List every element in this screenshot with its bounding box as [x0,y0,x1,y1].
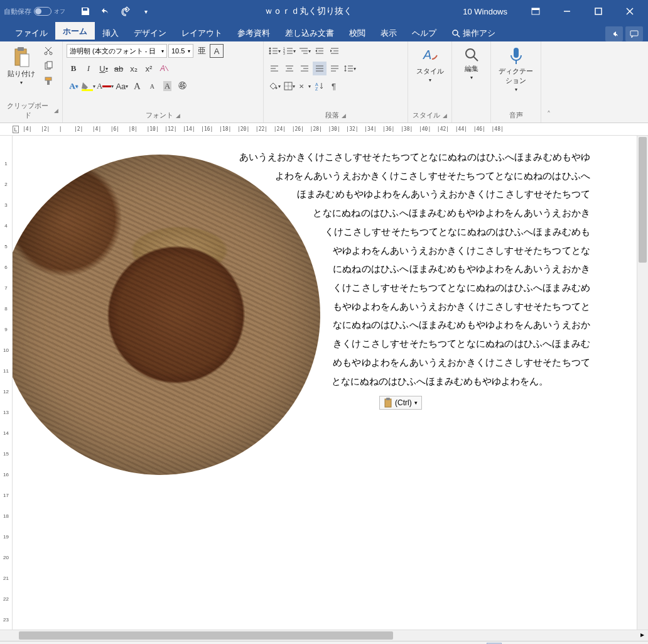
tab-selector[interactable]: L [13,126,19,133]
cropped-circle-image[interactable] [13,155,320,475]
tab-home[interactable]: ホーム [55,22,95,41]
numbering-icon: 123 [283,46,293,55]
undo-button[interactable] [98,4,113,19]
tab-view[interactable]: 表示 [373,24,404,41]
bold-button[interactable]: B [67,62,80,75]
editing-button[interactable]: 編集▾ [460,44,483,83]
increase-indent-button[interactable] [328,44,342,58]
ruler-horizontal[interactable]: L |4| |2| | |2| |4| |6| |8| |10| |12| |1… [0,123,648,136]
autosave-toggle[interactable]: 自動保存 オフ [4,7,65,16]
align-left-button[interactable] [267,62,281,75]
paste-button[interactable]: 貼り付け ▾ [4,44,39,88]
tab-layout[interactable]: レイアウト [174,24,230,41]
superscript-button[interactable]: x² [142,62,156,75]
enclose-chars-button[interactable]: ㊻ [175,79,189,93]
tellme-search[interactable]: 操作アシ [444,24,503,41]
format-painter-button[interactable] [41,74,55,88]
shading-button[interactable]: ▾ [267,79,281,93]
italic-button[interactable]: I [82,62,95,75]
underline-button[interactable]: U ▾ [97,62,111,75]
shrink-font-button[interactable]: A [145,79,159,93]
svg-text:✕: ✕ [299,83,304,90]
close-button[interactable] [615,0,644,23]
save-button[interactable] [78,4,93,19]
vertical-scrollbar[interactable] [637,136,648,630]
tab-references[interactable]: 参考資料 [230,24,278,41]
document-title: ｗｏｒｄ丸く切り抜く [153,6,463,17]
pilcrow-icon: ¶ [330,82,339,90]
group-label-styles: スタイル [413,111,440,120]
clipboard-launcher[interactable]: ◢ [54,107,58,114]
styles-button[interactable]: A スタイル▾ [413,44,448,85]
svg-text:A: A [423,48,431,62]
tab-design[interactable]: デザイン [126,24,174,41]
collapse-ribbon-button[interactable]: ˄ [541,41,556,123]
font-size-combo[interactable]: 10.5▾ [168,44,193,58]
distribute-button[interactable] [328,62,342,75]
show-marks-button[interactable]: ¶ [328,79,342,93]
svg-line-21 [165,66,168,71]
subscript-button[interactable]: x₂ [127,62,141,75]
asian-layout-button[interactable]: ✕▾ [298,79,311,93]
svg-rect-19 [47,80,50,85]
font-launcher[interactable]: ◢ [176,112,180,119]
paragraph-launcher[interactable]: ◢ [342,112,346,119]
svg-rect-10 [18,47,24,51]
maximize-button[interactable] [584,0,613,23]
grow-font-button[interactable]: A [130,79,144,93]
svg-rect-22 [82,89,93,91]
clear-format-button[interactable]: A [157,62,171,75]
svg-point-23 [269,48,271,50]
borders-button[interactable]: ▾ [283,79,296,93]
redo-button[interactable] [118,4,133,19]
comments-button[interactable] [625,26,643,41]
dictation-button[interactable]: ディクテーション▾ [495,44,537,95]
copy-button[interactable] [41,59,55,73]
svg-point-72 [466,49,475,58]
multilevel-button[interactable]: ▾ [298,44,311,58]
sort-icon: AZ [315,82,324,90]
minimize-button[interactable] [553,0,581,23]
change-case-button[interactable]: Aa▾ [115,79,129,93]
decrease-indent-button[interactable] [313,44,327,58]
numbering-button[interactable]: 123▾ [283,44,296,58]
strikethrough-button[interactable]: ab [112,62,126,75]
qat-customize[interactable]: ▾ [138,4,153,19]
cut-button[interactable] [41,44,55,58]
line-spacing-button[interactable]: ▾ [343,62,357,75]
font-color-button[interactable]: A▾ [97,79,114,93]
tab-insert[interactable]: 挿入 [95,24,126,41]
styles-launcher[interactable]: ◢ [443,112,447,119]
char-shading-button[interactable]: A [160,79,174,93]
borders-icon [284,82,293,90]
highlight-icon [82,81,93,91]
highlight-button[interactable]: ▾ [82,79,95,93]
tab-file[interactable]: ファイル [8,24,55,41]
document-area[interactable]: あいうえおかきくけこさしすせそたちつてとなにぬねのはひふへほまみむめもやゆよわを… [13,136,637,630]
svg-rect-1 [532,8,539,10]
svg-line-14 [46,47,51,52]
paste-options-tag[interactable]: (Ctrl) ▾ [379,396,422,410]
clipboard-icon [13,46,30,68]
svg-line-73 [473,57,478,61]
share-button[interactable] [605,26,623,41]
tab-mailings[interactable]: 差し込み文書 [278,24,342,41]
ribbon-display-button[interactable] [521,0,550,23]
align-center-button[interactable] [283,62,296,75]
char-border-button[interactable]: A [210,44,224,58]
bullets-button[interactable]: ▾ [267,44,281,58]
body-text[interactable]: あいうえおかきくけこさしすせそたちつてとなにぬねのはひふへほまみむめもやゆよわを… [38,148,590,391]
phonetic-guide-button[interactable]: 亜 [195,44,208,58]
ruler-vertical[interactable]: 123456789101112131415161718192021222324 [0,136,13,630]
text-effects-button[interactable]: A▾ [67,79,80,93]
align-right-button[interactable] [298,62,311,75]
tab-review[interactable]: 校閲 [342,24,373,41]
autosave-state: オフ [54,8,65,16]
page: あいうえおかきくけこさしすせそたちつてとなにぬねのはひふへほまみむめもやゆよわを… [13,136,615,626]
tab-help[interactable]: ヘルプ [404,24,444,41]
font-name-combo[interactable]: 游明朝 (本文のフォント - 日▾ [67,44,167,58]
horizontal-scrollbar[interactable]: ▸ [0,630,648,641]
sort-button[interactable]: AZ [313,79,327,93]
align-justify-button[interactable] [313,62,327,75]
group-label-clipboard: クリップボード [4,101,51,120]
